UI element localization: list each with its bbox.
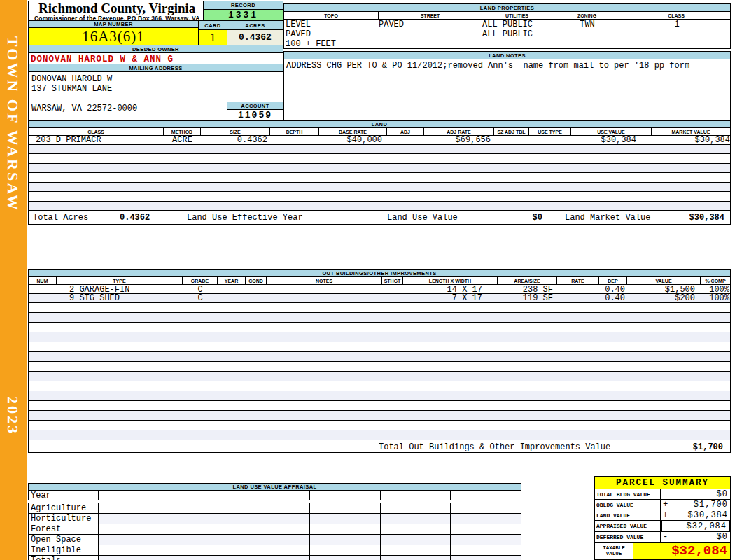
land-properties-values: LEVEL PAVED ALL PUBLIC TWN 1 PAVED ALL P… [284, 19, 731, 49]
utilities-value-2: ALL PUBLIC [482, 29, 552, 39]
land-market-value-label: Land Market Value [565, 213, 650, 223]
sign: + [663, 500, 668, 510]
lua-year-row: Year [28, 490, 522, 500]
empty-row [29, 411, 730, 421]
total-bldg-value-label: TOTAL BLDG VALUE [595, 489, 661, 499]
lua-empty-cell [99, 503, 169, 513]
sign: - [663, 532, 668, 542]
street-value-1: PAVED [379, 20, 482, 29]
lua-empty-cell [99, 514, 169, 524]
lua-empty-cell [99, 524, 169, 534]
acres-box: ACRES 0.4362 [227, 20, 284, 46]
utilities-value-1: ALL PUBLIC [482, 20, 552, 29]
empty-row [29, 303, 730, 313]
card-label: CARD [198, 20, 227, 30]
empty-row [29, 192, 730, 201]
mailing-line-1: DONOVAN HAROLD W [31, 74, 283, 84]
empty-row [29, 164, 730, 173]
parcel-summary-row: APPRAISED VALUE $32,084 [595, 521, 730, 532]
map-number-value: 16A3(6)1 [28, 28, 199, 46]
class-value-1: 1 [622, 20, 732, 29]
land-value: $30,384 [688, 510, 728, 520]
parcel-summary-row: TOTAL BLDG VALUE $0 [595, 489, 730, 500]
col-header-depth: DEPTH [270, 128, 319, 135]
lua-row-label-year: Year [29, 491, 99, 500]
col-header-size: SIZE [201, 128, 270, 135]
total-acres-value: 0.4362 [120, 213, 150, 223]
lua-empty-cell [381, 514, 451, 524]
total-bldg-value: $0 [717, 489, 728, 499]
col-header-use-value: USE VALUE [571, 128, 652, 135]
lua-empty-cell [169, 556, 240, 560]
card-value: 1 [198, 30, 227, 46]
lua-empty-cell [451, 514, 521, 524]
col-header-cond: COND [246, 277, 267, 284]
lua-empty-cell [381, 535, 451, 545]
lua-empty-cell [169, 503, 240, 513]
record-box: RECORD 1331 [203, 1, 284, 21]
acres-value: 0.4362 [227, 30, 284, 46]
lua-empty-cell [451, 503, 521, 513]
parcel-summary: PARCEL SUMMARY TOTAL BLDG VALUE $0 OBLDG… [594, 476, 732, 560]
card-box: CARD 1 [198, 20, 227, 46]
land-size-value: 0.4362 [201, 135, 270, 145]
topo-value-2: PAVED [284, 29, 379, 39]
parcel-summary-title: PARCEL SUMMARY [595, 477, 730, 489]
lua-row-label-horticulture: Horticulture [29, 514, 99, 524]
col-header-market-value: MARKET VALUE [652, 128, 730, 135]
empty-row [29, 313, 730, 323]
lua-empty-cell [169, 491, 240, 500]
lua-empty-cell [310, 491, 381, 500]
col-header-value: VALUE [627, 277, 701, 284]
land-use-value-label: Land Use Value [387, 213, 458, 223]
out-building-row-2: 9 STG SHED C 7 X 17 119 SF 0.40 $200 100… [28, 293, 731, 303]
ob2-type: 9 STG SHED [57, 293, 183, 303]
col-header-num: NUM [29, 277, 57, 284]
col-header-topo: TOPO [284, 12, 379, 19]
empty-row [29, 362, 730, 372]
land-use-effective-year-label: Land Use Effective Year [187, 213, 303, 223]
ob2-dep: 0.40 [599, 293, 627, 303]
land-adj-rate-value: $69,656 [424, 135, 494, 145]
col-header-sz-adj-tbl: SZ ADJ TBL [494, 128, 529, 135]
col-header-base-rate: BASE RATE [319, 128, 387, 135]
out-buildings-empty-rows [28, 302, 731, 440]
col-header-year: YEAR [218, 277, 246, 284]
taxable-value: $32,084 [634, 543, 730, 559]
lua-empty-cell [451, 524, 521, 534]
empty-row [29, 145, 730, 154]
out-building-row-1: 2 GARAGE-FIN C 14 X 17 238 SF 0.40 $1,50… [28, 284, 731, 294]
col-header-zoning: ZONING [552, 12, 622, 19]
record-value: 1331 [203, 10, 284, 21]
out-buildings-total-label: Total Out Buildings & Other Improvements… [379, 442, 610, 452]
lua-empty-cell [99, 535, 169, 545]
lua-empty-cell [169, 545, 240, 555]
lua-empty-cell [239, 524, 310, 534]
lua-empty-cell [239, 491, 310, 500]
land-base-rate-value: $40,000 [319, 135, 387, 145]
col-header-area-size: AREA/SIZE [498, 277, 557, 284]
col-header-adj-rate: ADJ RATE [424, 128, 494, 135]
empty-row [29, 382, 730, 391]
land-use-value: $30,384 [571, 135, 652, 145]
col-header-use-type: USE TYPE [529, 128, 571, 135]
land-notes-text: ADDRESS CHG PER TO & PO 11/2012;removed … [284, 59, 731, 121]
lua-empty-cell [451, 535, 521, 545]
lua-row-label-forest: Forest [29, 524, 99, 534]
acres-label: ACRES [227, 20, 284, 30]
deeded-owner-name: DONOVAN HAROLD W & ANN G [28, 52, 284, 64]
record-label: RECORD [203, 1, 284, 10]
land-method-value: ACRE [164, 135, 201, 145]
empty-row [29, 352, 730, 362]
appraised-value-label: APPRAISED VALUE [595, 521, 661, 531]
appraised-value: $32,084 [687, 522, 727, 531]
col-header-adj: ADJ [387, 128, 424, 135]
col-header-rate: RATE [557, 277, 599, 284]
land-use-value-total: $0 [505, 213, 542, 223]
col-header-pct-comp: % COMP [701, 277, 730, 284]
lua-empty-cell [451, 556, 521, 560]
lua-row-label-open-space: Open Space [29, 535, 99, 545]
lua-row-label-agriculture: Agriculture [29, 503, 99, 513]
ob2-value: $200 [627, 293, 701, 303]
parcel-summary-row: DEFERRED VALUE - $0 [595, 532, 730, 542]
